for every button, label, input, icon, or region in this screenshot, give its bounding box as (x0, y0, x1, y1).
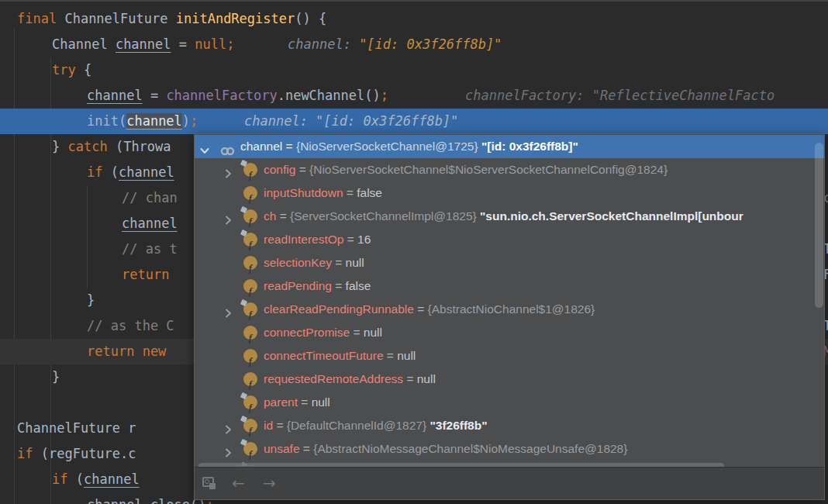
equals-sign: = (295, 163, 309, 176)
equals-sign: = (350, 326, 364, 339)
variable-row[interactable]: fconnectPromise = null (195, 321, 824, 344)
chevron-down-icon[interactable] (199, 140, 210, 151)
chevron-right-icon[interactable] (223, 419, 233, 430)
field-icon: f (243, 395, 257, 409)
variable-name: readInterestOp (264, 233, 343, 246)
variable-row[interactable]: funsafe = {AbstractNioMessageChannel$Nio… (195, 437, 824, 461)
code-line: final ChannelFuture initAndRegister() { (0, 6, 828, 32)
variable-row[interactable]: channel = {NioServerSocketChannel@1725} … (195, 135, 824, 158)
code-token: channel (122, 216, 178, 231)
type-reference: {DefaultChannelId@1827} (287, 419, 430, 432)
variable-row[interactable]: fselectionKey = null (195, 251, 824, 274)
chevron-right-icon[interactable] (223, 210, 233, 221)
inline-debugger-hint: channel: "[id: 0x3f26ff8b]" (244, 109, 458, 134)
variable-name: channel (240, 140, 282, 153)
inline-debugger-hint: channel: "[id: 0x3f26ff8b]" (288, 32, 502, 57)
variable-name: clearReadPendingRunnable (264, 302, 414, 316)
equals-sign: = (343, 233, 357, 246)
variable-value: null (417, 372, 436, 385)
code-token: channel (87, 497, 143, 504)
variables-tree[interactable]: channel = {NioServerSocketChannel@1725} … (195, 134, 824, 466)
variable-row[interactable]: frequestedRemoteAddress = null (195, 368, 824, 391)
variable-name: readPending (264, 279, 332, 292)
equals-sign: = (332, 279, 346, 292)
equals-sign: = (276, 209, 290, 223)
code-token: } (87, 292, 95, 308)
code-token: ChannelFuture (64, 11, 175, 26)
ide-window: final ChannelFuture initAndRegister() {C… (0, 0, 828, 504)
equals-sign: = (282, 140, 296, 153)
equals-sign: = (403, 372, 417, 385)
field-icon: f (243, 279, 257, 293)
variable-row[interactable]: fid = {DefaultChannelId@1827} "3f26ff8b" (195, 414, 824, 437)
field-icon: f (243, 326, 257, 340)
field-icon: f (243, 256, 257, 270)
variable-value: 16 (357, 233, 371, 246)
code-token: } (52, 369, 60, 385)
code-token: ( (102, 164, 118, 180)
code-token: // as the C (87, 318, 174, 333)
variable-row[interactable]: freadPending = false (195, 274, 824, 298)
editor-top-separator (0, 0, 828, 2)
code-token: ( (67, 471, 83, 487)
code-token: return new (87, 343, 166, 359)
code-token: (Throwa (108, 139, 171, 154)
code-token: = (171, 36, 195, 52)
variable-row[interactable]: finputShutdown = false (195, 181, 824, 205)
field-icon: f (243, 163, 257, 177)
code-token: ) (182, 113, 190, 129)
variable-value: null (346, 256, 364, 269)
code-token: () { (295, 11, 326, 26)
code-token: (regFuture.c (33, 446, 136, 461)
code-token: try (52, 62, 76, 78)
equals-sign: = (273, 419, 287, 432)
chevron-right-icon[interactable] (223, 164, 233, 174)
forward-arrow-icon[interactable]: → (263, 475, 276, 491)
code-token: channelFactory (166, 88, 277, 103)
field-icon: f (243, 419, 257, 433)
popup-bottom-bar: ← → (195, 467, 824, 499)
variable-row[interactable]: fclearReadPendingRunnable = {AbstractNio… (195, 298, 824, 321)
code-token: ChannelFuture r (17, 420, 136, 436)
type-reference: {NioServerSocketChannel$NioServerSocketC… (309, 163, 668, 176)
variable-row[interactable]: fparent = null (195, 391, 824, 414)
code-token: ; (381, 88, 388, 103)
variable-row[interactable]: fconfig = {NioServerSocketChannel$NioSer… (195, 158, 824, 181)
code-token: channel (116, 36, 171, 52)
variable-name: selectionKey (264, 256, 332, 269)
vertical-scrollbar[interactable] (815, 143, 823, 308)
code-token: if (87, 164, 102, 180)
final-marker-icon (240, 416, 247, 423)
chevron-right-icon[interactable] (223, 443, 233, 454)
variable-row[interactable]: fch = {ServerSocketChannelImpl@1825} "su… (195, 205, 824, 228)
variable-name: config (264, 163, 295, 176)
variable-name: connectPromise (264, 326, 350, 339)
variable-row[interactable]: fconnectTimeoutFuture = null (195, 344, 824, 368)
debugger-variables-popup[interactable]: channel = {NioServerSocketChannel@1725} … (194, 133, 825, 500)
variable-value: "3f26ff8b" (430, 419, 487, 432)
code-token: init( (87, 113, 126, 129)
code-token: channel (84, 471, 140, 487)
open-in-variables-view-icon[interactable] (202, 477, 216, 491)
final-marker-icon (240, 230, 247, 236)
variable-name: requestedRemoteAddress (264, 372, 403, 385)
variable-value: "[id: 0x3f26ff8b]" (481, 140, 578, 153)
code-token: catch (67, 139, 107, 154)
final-marker-icon (240, 299, 247, 306)
variable-name: unsafe (264, 442, 300, 455)
code-token: .newChannel() (278, 88, 381, 103)
code-token: { (76, 62, 91, 78)
code-token: // chan (122, 190, 178, 205)
equals-sign: = (300, 442, 314, 455)
type-reference: {AbstractNioMessageChannel$NioMessageUns… (313, 442, 627, 455)
code-token: Channel (52, 36, 116, 52)
variable-name: id (264, 419, 273, 432)
equals-sign: = (384, 349, 398, 362)
field-icon: f (243, 302, 257, 316)
back-arrow-icon[interactable]: ← (232, 475, 245, 491)
field-icon: f (243, 209, 257, 223)
variable-name: ch (264, 209, 276, 223)
chevron-right-icon[interactable] (223, 303, 233, 314)
variable-row[interactable]: freadInterestOp = 16 (195, 228, 824, 251)
variable-name: inputShutdown (264, 186, 343, 199)
